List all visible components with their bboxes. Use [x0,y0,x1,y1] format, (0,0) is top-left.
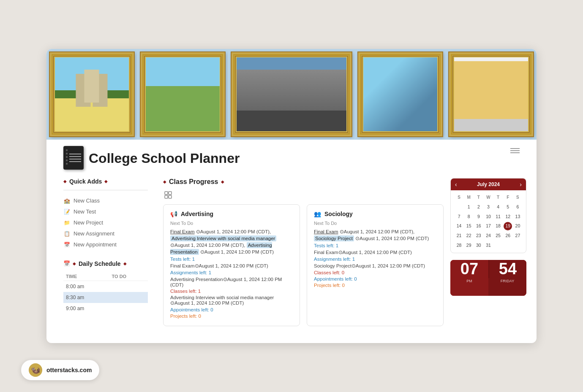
clock-widget: 07 PM 54 FRIDAY [450,260,526,296]
sociology-assignments-left: Assignments left: 1 [314,257,436,262]
new-assignment-label: New Assignment [74,230,114,237]
sidebar-item-new-test[interactable]: 📝 New Test [63,206,148,217]
assignment-icon: 📋 [63,230,70,237]
grid-view-icon[interactable] [163,190,173,200]
ds-diamond-right: ◆ [123,261,127,266]
sociology-task-1: Final Exam ⊙August 1, 2024 12:00 PM (CDT… [314,228,436,242]
advertising-title: Advertising [181,211,213,217]
diamond-right-icon: ◆ [104,179,108,184]
cal-days-header: S M T W T F S [454,193,523,202]
cal-week-5: 28 29 30 31 . . . [454,241,523,250]
calendar-widget: ‹ July 2024 › S M T W T F S . [450,178,526,253]
cp-diamond-right: ◆ [221,179,224,184]
daily-schedule-header: 📅 ◆ Daily Schedule ◆ [63,260,148,267]
schedule-table: TIME TO DO 8:00 am 8:30 am [63,272,148,314]
sociology-tests-left: Tests left: 1 [314,243,436,248]
schedule-time-2: 8:30 am [63,292,109,303]
advertising-appointments-left: Appointments left: 0 [170,307,293,312]
sidebar: ◆ Quick Adds ◆ 🏫 New Class 📝 New Test 📁 … [63,170,156,335]
quick-adds-title: Quick Adds [69,178,102,185]
svg-rect-0 [165,192,168,195]
cal-week-3: 14 15 16 17 18 19 20 [454,221,523,231]
today-cell[interactable]: 19 [504,222,512,230]
calendar-header: ‹ July 2024 › [451,178,526,190]
schedule-time-header: TIME [63,272,109,281]
calendar-month-label: July 2024 [477,181,500,187]
clock-period: PM [450,278,488,296]
advertising-assignments-left: Assignments left: 1 [170,270,293,275]
cal-week-2: 7 8 9 10 11 12 13 [454,212,523,222]
project-icon: 📁 [63,219,70,226]
sociology-card: 👥 Sociology Next To Do Final Exam ⊙Augus… [307,204,444,326]
schedule-todo-2 [109,292,148,303]
test-icon: 📝 [63,208,70,215]
right-widgets: ‹ July 2024 › S M T W T F S . [450,170,526,335]
sidebar-item-new-class[interactable]: 🏫 New Class [63,195,148,206]
advertising-final-exam: Final Exam⊙August 1, 2024 12:00 PM (CDT) [170,263,293,269]
sociology-projects-left: Projects left: 0 [314,283,436,288]
sociology-card-header: 👥 Sociology [314,211,436,217]
frame-graduation [228,49,355,140]
cal-week-1: . 1 2 3 4 5 6 [454,202,523,212]
svg-rect-1 [169,192,172,195]
calendar-grid: S M T W T F S . 1 2 3 4 5 [451,190,526,253]
schedule-row-highlight: 8:30 am [63,292,148,303]
svg-rect-3 [169,195,172,198]
banner [46,49,537,140]
daily-schedule-title: Daily Schedule [79,260,121,267]
advertising-task-1: Final Exam ⊙August 1, 2024 12:00 PM (CDT… [170,228,293,255]
diamond-left-icon: ◆ [63,179,67,184]
page-title: College School Planner [89,144,240,170]
main-content: ◆ Quick Adds ◆ 🏫 New Class 📝 New Test 📁 … [46,170,537,343]
schedule-time-3: 9:00 am [63,303,109,314]
quick-adds-header: ◆ Quick Adds ◆ [63,178,148,185]
schedule-time-1: 8:00 am [63,281,109,292]
cal-next-button[interactable]: › [520,181,522,188]
sociology-title: Sociology [324,211,353,217]
cards-row: 📢 Advertising Next To Do Final Exam ⊙Aug… [163,204,444,326]
ds-diamond-left: ◆ [73,261,76,266]
new-class-label: New Class [74,197,100,204]
middle-content: ◆ Class Progress ◆ 📢 Advertising [156,170,450,335]
sidebar-divider [63,190,148,190]
frame-girl [446,49,537,140]
frame-crowd [355,49,446,140]
sidebar-item-new-assignment[interactable]: 📋 New Assignment [63,228,148,239]
page-container: College School Planner ◆ Quick Adds ◆ 🏫 … [46,49,537,343]
advertising-icon: 📢 [170,211,177,217]
class-icon: 🏫 [63,197,70,204]
cal-prev-button[interactable]: ‹ [455,181,457,188]
schedule-todo-header: TO DO [109,272,148,281]
advertising-next-label: Next To Do [170,221,293,226]
advertising-class-detail: Advertising Interview with social media … [170,295,293,306]
sociology-next-label: Next To Do [314,221,436,226]
class-progress-header: ◆ Class Progress ◆ [163,178,444,186]
advertising-classes-left: Classes left: 1 [170,289,293,294]
new-test-label: New Test [74,208,96,215]
cp-diamond-left: ◆ [163,179,166,184]
daily-schedule-section: 📅 ◆ Daily Schedule ◆ TIME TO DO 8:00 [63,260,148,314]
cal-week-4: 21 22 23 24 25 26 27 [454,231,523,241]
svg-rect-2 [165,195,168,198]
sidebar-item-new-project[interactable]: 📁 New Project [63,217,148,228]
clock-hours: 07 [450,260,488,278]
watermark-avatar: 🦦 [29,363,42,377]
schedule-row: 8:00 am [63,281,148,292]
menu-button[interactable] [510,148,520,153]
frame-building [46,49,137,140]
schedule-todo-1 [109,281,148,292]
notebook-icon [63,146,84,170]
sociology-classes-left: Classes left: 0 [314,270,436,275]
new-project-label: New Project [74,219,103,226]
watermark-text: otterstacks.com [46,367,92,373]
watermark: 🦦 otterstacks.com [21,360,99,380]
schedule-row-3: 9:00 am [63,303,148,314]
sidebar-item-new-appointment[interactable]: 📅 New Appointment [63,239,148,250]
clock-day: FRIDAY [488,278,526,296]
advertising-projects-left: Projects left: 0 [170,314,293,319]
sociology-appointments-left: Appointments left: 0 [314,276,436,281]
page-header: College School Planner [46,140,537,170]
clock-minutes: 54 [488,260,526,278]
sociology-final-exam: Final Exam⊙August 1, 2024 12:00 PM (CDT) [314,249,436,255]
clock-widget-wrapper: 07 PM 54 FRIDAY [450,260,526,296]
